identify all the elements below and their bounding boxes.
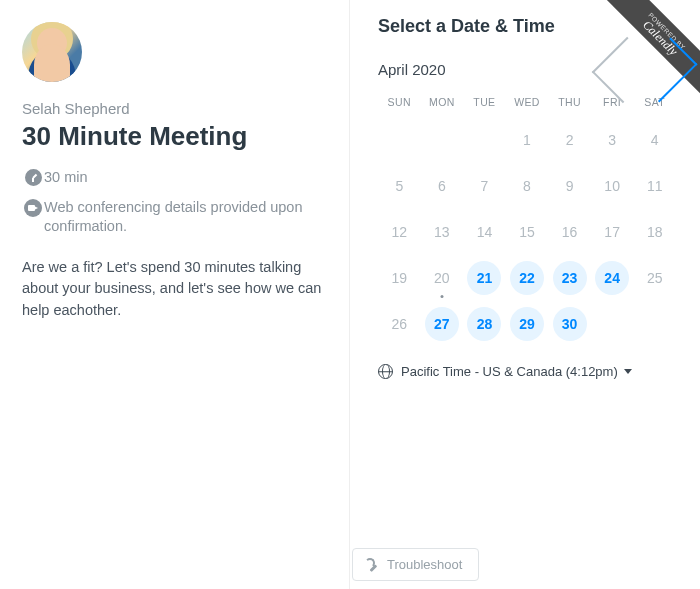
globe-icon xyxy=(378,364,393,379)
calendar-day-available[interactable]: 24 xyxy=(591,260,634,296)
location-text: Web conferencing details provided upon c… xyxy=(44,198,323,237)
calendar-day-disabled: 11 xyxy=(633,168,676,204)
calendar-day-disabled: 14 xyxy=(463,214,506,250)
calendar-day-empty xyxy=(463,122,506,158)
timezone-label: Pacific Time - US & Canada (4:12pm) xyxy=(401,364,618,379)
calendar-day-empty xyxy=(421,122,464,158)
calendar-day-disabled: 15 xyxy=(506,214,549,250)
calendar-day-empty xyxy=(633,306,676,342)
calendar-day-disabled: 3 xyxy=(591,122,634,158)
calendar-day-available[interactable]: 30 xyxy=(548,306,591,342)
prev-month-button[interactable] xyxy=(618,63,632,77)
calendar-day-available[interactable]: 21 xyxy=(463,260,506,296)
location-row: Web conferencing details provided upon c… xyxy=(22,198,323,237)
troubleshoot-button[interactable]: Troubleshoot xyxy=(352,548,479,581)
calendar-day-disabled: 9 xyxy=(548,168,591,204)
calendar-day-disabled: 25 xyxy=(633,260,676,296)
calendar-day-disabled: 5 xyxy=(378,168,421,204)
calendar-day-disabled: 19 xyxy=(378,260,421,296)
weekday-header: THU xyxy=(548,96,591,108)
next-month-button[interactable] xyxy=(658,63,672,77)
calendar-day-disabled: 6 xyxy=(421,168,464,204)
calendar-day-disabled: 4 xyxy=(633,122,676,158)
weekday-header: SUN xyxy=(378,96,421,108)
calendar-day-disabled: 8 xyxy=(506,168,549,204)
calendar-day-disabled: 17 xyxy=(591,214,634,250)
weekday-header: MON xyxy=(421,96,464,108)
calendar-day-disabled: 20 xyxy=(421,260,464,296)
troubleshoot-label: Troubleshoot xyxy=(387,557,462,572)
duration-text: 30 min xyxy=(44,168,88,188)
calendar-day-disabled: 2 xyxy=(548,122,591,158)
event-title: 30 Minute Meeting xyxy=(22,121,323,152)
avatar xyxy=(22,22,82,82)
calendar: SUNMONTUEWEDTHUFRISAT 123456789101112131… xyxy=(378,96,676,342)
camera-icon xyxy=(22,198,44,217)
calendar-day-disabled: 12 xyxy=(378,214,421,250)
timezone-selector[interactable]: Pacific Time - US & Canada (4:12pm) xyxy=(378,364,676,379)
calendar-day-empty xyxy=(378,122,421,158)
caret-down-icon xyxy=(624,369,632,374)
month-label: April 2020 xyxy=(378,61,446,78)
calendar-day-disabled: 1 xyxy=(506,122,549,158)
host-name: Selah Shepherd xyxy=(22,100,323,117)
clock-icon xyxy=(22,168,44,186)
calendar-day-available[interactable]: 23 xyxy=(548,260,591,296)
calendar-day-empty xyxy=(591,306,634,342)
calendar-day-disabled: 16 xyxy=(548,214,591,250)
calendar-day-disabled: 13 xyxy=(421,214,464,250)
date-picker-panel: POWERED BY Calendly Select a Date & Time… xyxy=(350,0,700,589)
calendar-day-available[interactable]: 27 xyxy=(421,306,464,342)
calendar-day-disabled: 26 xyxy=(378,306,421,342)
event-details-panel: Selah Shepherd 30 Minute Meeting 30 min … xyxy=(0,0,350,589)
event-description: Are we a fit? Let's spend 30 minutes tal… xyxy=(22,257,323,322)
calendar-day-disabled: 10 xyxy=(591,168,634,204)
duration-row: 30 min xyxy=(22,168,323,188)
calendar-day-available[interactable]: 29 xyxy=(506,306,549,342)
calendar-day-disabled: 18 xyxy=(633,214,676,250)
calendar-day-available[interactable]: 22 xyxy=(506,260,549,296)
weekday-header: WED xyxy=(506,96,549,108)
weekday-header: TUE xyxy=(463,96,506,108)
calendar-day-disabled: 7 xyxy=(463,168,506,204)
calendar-day-available[interactable]: 28 xyxy=(463,306,506,342)
wrench-icon xyxy=(365,558,379,572)
